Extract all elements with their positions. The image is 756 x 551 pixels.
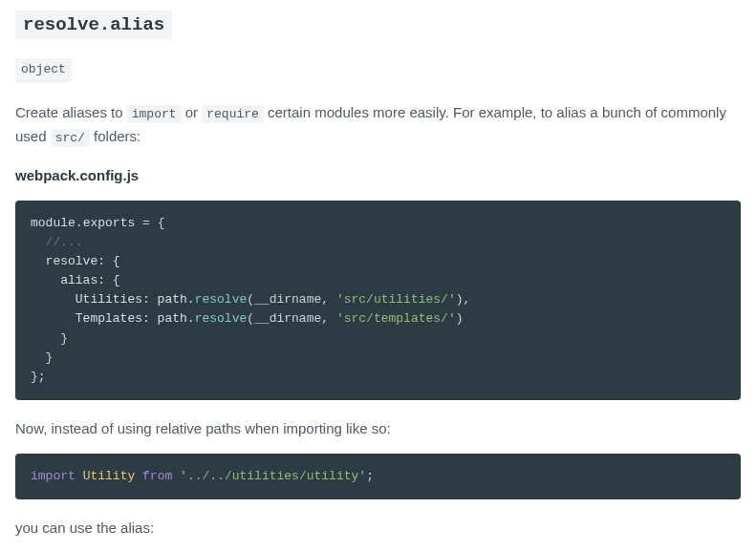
code-token: }; — [31, 370, 46, 384]
inline-code-import: import — [127, 105, 182, 123]
inline-code-src: src/ — [51, 129, 90, 147]
code-token — [135, 469, 142, 483]
code-token: } — [31, 350, 53, 365]
code-token: 'src/templates/' — [336, 311, 456, 326]
file-label: webpack.config.js — [15, 164, 741, 187]
code-token: } — [31, 331, 68, 346]
paragraph-2: Now, instead of using relative paths whe… — [15, 417, 741, 440]
code-token: = { — [135, 216, 164, 230]
code-token: 'src/utilities/' — [336, 292, 456, 307]
code-block-config: module.exports = { //... resolve: { alia… — [15, 201, 741, 400]
code-token: from — [142, 469, 172, 483]
code-token: resolve — [195, 311, 248, 326]
paragraph-3: you can use the alias: — [15, 517, 741, 540]
section-heading: resolve.alias — [15, 8, 741, 39]
code-token: //... — [31, 235, 83, 249]
code-token: Utility — [83, 469, 136, 483]
code-token: module — [31, 216, 76, 230]
code-token: . — [76, 216, 83, 230]
code-token: ; — [366, 469, 374, 483]
type-badge: object — [15, 58, 72, 82]
heading-code: resolve.alias — [15, 11, 172, 39]
code-token: (__dirname, — [247, 311, 336, 326]
code-token: Templates: path. — [31, 311, 195, 326]
intro-text-1: Create aliases to — [15, 104, 127, 120]
code-token: exports — [83, 216, 136, 230]
code-token: (__dirname, — [247, 292, 336, 307]
code-token: resolve — [195, 292, 248, 307]
intro-paragraph: Create aliases to import or require cert… — [15, 101, 741, 149]
intro-text-2: or — [182, 104, 203, 120]
code-token: import — [31, 469, 76, 483]
code-token: '../../utilities/utility' — [180, 469, 366, 483]
code-token: resolve: { — [31, 254, 120, 268]
code-token — [76, 469, 83, 483]
code-token — [172, 469, 180, 483]
code-block-relative-import: import Utility from '../../utilities/uti… — [15, 454, 741, 499]
intro-text-4: folders: — [90, 128, 140, 144]
inline-code-require: require — [202, 105, 264, 123]
code-token: alias: { — [31, 273, 120, 287]
code-token: ), — [456, 292, 471, 307]
code-token: ) — [456, 311, 464, 326]
code-token: Utilities: path. — [31, 292, 195, 307]
